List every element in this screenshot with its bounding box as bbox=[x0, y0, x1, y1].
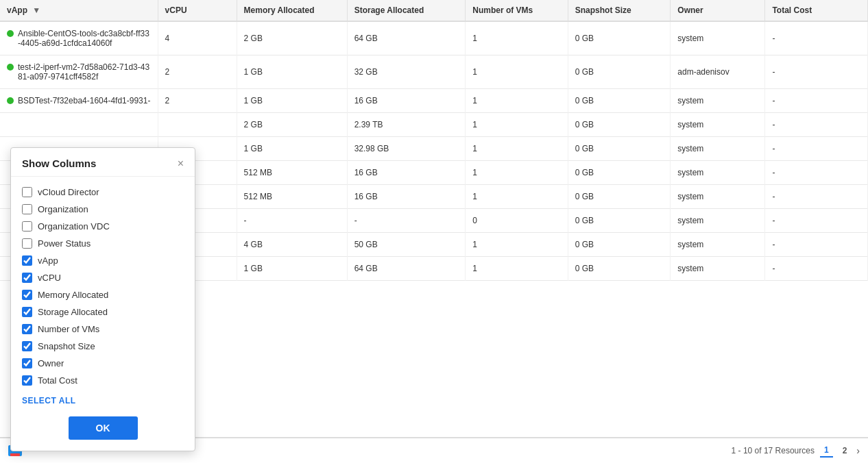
checkbox-col_numvms[interactable] bbox=[22, 324, 32, 334]
checkbox-row-col_numvms: Number of VMs bbox=[22, 321, 184, 338]
checkbox-col_vcpu[interactable] bbox=[22, 273, 32, 283]
checkbox-col_vapp[interactable] bbox=[22, 255, 32, 266]
cell-owner: system bbox=[671, 21, 765, 55]
checkbox-label-col_numvms[interactable]: Number of VMs bbox=[38, 324, 99, 334]
modal-close-button[interactable]: × bbox=[178, 158, 184, 169]
checkbox-row-col_vcloud: vCloud Director bbox=[22, 184, 184, 201]
cell-storage: 2.39 TB bbox=[347, 113, 466, 137]
cell-owner: system bbox=[671, 137, 765, 161]
cell-vcpu: 2 bbox=[158, 89, 237, 113]
ok-button[interactable]: OK bbox=[69, 416, 138, 440]
cell-num_vms: 1 bbox=[466, 55, 568, 89]
cell-memory: 4 GB bbox=[237, 233, 347, 257]
cell-num_vms: 1 bbox=[466, 21, 568, 55]
cell-memory: 2 GB bbox=[237, 113, 347, 137]
cell-snapshot: 0 GB bbox=[568, 257, 671, 281]
cell-owner: system bbox=[671, 209, 765, 233]
cell-storage: 32.98 GB bbox=[347, 137, 466, 161]
table-row: 2 GB2.39 TB10 GBsystem- bbox=[0, 113, 868, 137]
cell-vcpu bbox=[158, 113, 237, 137]
pagination: 1 - 10 of 17 Resources 1 2 › bbox=[732, 444, 860, 458]
checkbox-row-col_vcpu: vCPU bbox=[22, 269, 184, 286]
checkbox-label-col_orgvdc[interactable]: Organization VDC bbox=[38, 221, 110, 232]
table-header-row: vApp ▼ vCPU Memory Allocated Storage All… bbox=[0, 0, 868, 21]
page-container: vApp ▼ vCPU Memory Allocated Storage All… bbox=[0, 0, 868, 463]
checkbox-row-col_owner: Owner bbox=[22, 355, 184, 372]
col-header-vapp[interactable]: vApp ▼ bbox=[0, 0, 158, 21]
checkbox-row-col_vapp: vApp bbox=[22, 252, 184, 269]
col-header-vapp-label: vApp bbox=[7, 5, 27, 15]
checkbox-label-col_cost[interactable]: Total Cost bbox=[38, 375, 77, 386]
cell-snapshot: 0 GB bbox=[568, 185, 671, 209]
checkbox-col_org[interactable] bbox=[22, 204, 32, 214]
checkbox-label-col_owner[interactable]: Owner bbox=[38, 358, 64, 368]
checkbox-label-col_memory[interactable]: Memory Allocated bbox=[38, 290, 108, 300]
checkbox-label-col_org[interactable]: Organization bbox=[38, 204, 88, 214]
cell-owner: system bbox=[671, 113, 765, 137]
checkbox-label-col_vcpu[interactable]: vCPU bbox=[38, 273, 61, 283]
cell-snapshot: 0 GB bbox=[568, 137, 671, 161]
checkbox-col_power[interactable] bbox=[22, 238, 32, 249]
cell-cost: - bbox=[765, 55, 868, 89]
checkbox-col_memory[interactable] bbox=[22, 290, 32, 300]
cell-snapshot: 0 GB bbox=[568, 161, 671, 185]
cell-snapshot: 0 GB bbox=[568, 209, 671, 233]
cell-cost: - bbox=[765, 161, 868, 185]
cell-cost: - bbox=[765, 233, 868, 257]
cell-memory: 2 GB bbox=[237, 21, 347, 55]
checkbox-col_cost[interactable] bbox=[22, 375, 32, 386]
page-2-button[interactable]: 2 bbox=[839, 445, 852, 457]
cell-memory: 1 GB bbox=[237, 89, 347, 113]
checkbox-row-col_org: Organization bbox=[22, 201, 184, 218]
cell-snapshot: 0 GB bbox=[568, 89, 671, 113]
cell-storage: 16 GB bbox=[347, 161, 466, 185]
select-all-link[interactable]: SELECT ALL bbox=[22, 396, 76, 405]
cell-num_vms: 1 bbox=[466, 233, 568, 257]
cell-memory: - bbox=[237, 209, 347, 233]
cell-storage: 64 GB bbox=[347, 21, 466, 55]
status-dot bbox=[7, 64, 14, 71]
cell-owner: system bbox=[671, 161, 765, 185]
cell-vapp bbox=[0, 113, 158, 137]
modal-title: Show Columns bbox=[22, 158, 96, 169]
checkbox-label-col_vapp[interactable]: vApp bbox=[38, 255, 58, 266]
checkbox-label-col_snapshot[interactable]: Snapshot Size bbox=[38, 341, 95, 351]
cell-memory: 512 MB bbox=[237, 161, 347, 185]
col-header-cost: Total Cost bbox=[765, 0, 868, 21]
checkbox-col_storage[interactable] bbox=[22, 307, 32, 317]
checkbox-label-col_storage[interactable]: Storage Allocated bbox=[38, 307, 108, 317]
checkbox-row-col_storage: Storage Allocated bbox=[22, 303, 184, 321]
cell-storage: - bbox=[347, 209, 466, 233]
checkbox-col_owner[interactable] bbox=[22, 358, 32, 368]
checkbox-col_vcloud[interactable] bbox=[22, 187, 32, 197]
footer-bar bbox=[10, 453, 20, 456]
cell-snapshot: 0 GB bbox=[568, 233, 671, 257]
checkbox-row-col_snapshot: Snapshot Size bbox=[22, 338, 184, 355]
cell-owner: system bbox=[671, 257, 765, 281]
cell-cost: - bbox=[765, 257, 868, 281]
cell-owner: system bbox=[671, 89, 765, 113]
cell-snapshot: 0 GB bbox=[568, 55, 671, 89]
checkbox-row-col_memory: Memory Allocated bbox=[22, 286, 184, 303]
checkbox-label-col_power[interactable]: Power Status bbox=[38, 238, 91, 249]
sort-icon-vapp: ▼ bbox=[32, 5, 40, 15]
cell-snapshot: 0 GB bbox=[568, 113, 671, 137]
cell-cost: - bbox=[765, 209, 868, 233]
cell-vapp: test-i2-iperf-vm2-7d58a062-71d3-4381-a09… bbox=[0, 55, 158, 89]
cell-cost: - bbox=[765, 21, 868, 55]
page-1-button[interactable]: 1 bbox=[820, 444, 833, 458]
cell-cost: - bbox=[765, 113, 868, 137]
cell-memory: 1 GB bbox=[237, 55, 347, 89]
checkbox-row-col_cost: Total Cost bbox=[22, 372, 184, 389]
cell-snapshot: 0 GB bbox=[568, 21, 671, 55]
next-page-button[interactable]: › bbox=[856, 445, 860, 456]
checkbox-col_orgvdc[interactable] bbox=[22, 221, 32, 232]
cell-owner: system bbox=[671, 233, 765, 257]
status-dot bbox=[7, 30, 14, 37]
cell-num_vms: 1 bbox=[466, 89, 568, 113]
checkbox-col_snapshot[interactable] bbox=[22, 341, 32, 351]
cell-num_vms: 1 bbox=[466, 113, 568, 137]
cell-num_vms: 1 bbox=[466, 257, 568, 281]
cell-owner: system bbox=[671, 185, 765, 209]
checkbox-label-col_vcloud[interactable]: vCloud Director bbox=[38, 187, 99, 197]
